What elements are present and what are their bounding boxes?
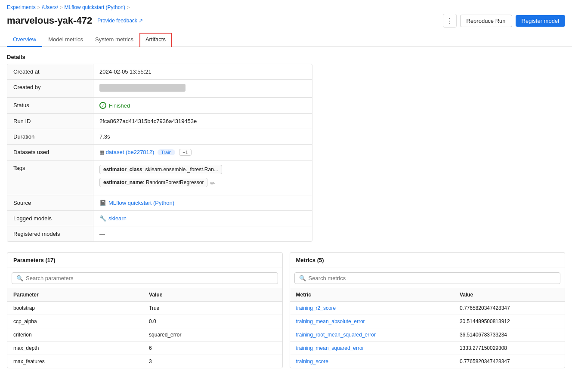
value-logged-models: 🔧 sklearn (93, 211, 312, 226)
label-created-at: Created at (7, 64, 93, 79)
label-status: Status (7, 98, 93, 113)
details-row-created-by: Created by (7, 80, 312, 98)
table-row: criterion squared_error (7, 328, 282, 342)
tag2-key: estimator_name (103, 179, 143, 185)
param-name: max_depth (7, 342, 143, 355)
label-datasets: Datasets used (7, 145, 93, 160)
param-name: max_features (7, 355, 143, 368)
table-row: training_mean_squared_error 1333.2771500… (290, 342, 565, 355)
page-header: marvelous-yak-472 Provide feedback ↗ ⋮ R… (0, 12, 572, 33)
metric-name[interactable]: training_mean_squared_error (290, 342, 454, 355)
param-value: 0.0 (143, 315, 282, 328)
value-datasets: ▦ dataset (be227812) Train +1 (93, 145, 312, 160)
details-row-created-at: Created at 2024-02-05 13:55:21 (7, 64, 312, 80)
sklearn-text: sklearn (108, 215, 127, 222)
tag2-row: estimator_name: RandomForestRegressor ✏ (99, 178, 306, 189)
parameters-search-input[interactable] (26, 275, 273, 281)
feedback-link[interactable]: Provide feedback ↗ (97, 18, 143, 24)
metric-link[interactable]: training_score (296, 358, 328, 364)
metric-link[interactable]: training_root_mean_squared_error (296, 332, 376, 338)
tag-edit-icon[interactable]: ✏ (210, 180, 215, 187)
metric-name[interactable]: training_r2_score (290, 302, 454, 315)
value-tags: estimator_class: sklearn.ensemble._fores… (93, 161, 312, 195)
details-row-registered-models: Registered models — (7, 226, 312, 241)
value-run-id: 2fca8627ad414315b4c7936a4319453e (93, 114, 312, 129)
breadcrumb-sep3: > (127, 5, 130, 10)
parameters-search-box[interactable]: 🔍 (12, 272, 278, 284)
table-row: max_features 3 (7, 355, 282, 368)
metrics-search-box[interactable]: 🔍 (294, 272, 561, 284)
params-search-icon: 🔍 (16, 275, 23, 281)
details-table: Created at 2024-02-05 13:55:21 Created b… (7, 64, 312, 242)
source-link[interactable]: 📓 MLflow quickstart (Python) (99, 200, 306, 206)
page-title-area: marvelous-yak-472 Provide feedback ↗ (7, 15, 143, 26)
label-logged-models: Logged models (7, 211, 93, 226)
metric-value: 30.514489500813912 (454, 315, 565, 328)
table-row: bootstrap True (7, 302, 282, 315)
value-registered-models: — (93, 226, 312, 241)
metric-value: 1333.277150029308 (454, 342, 565, 355)
created-by-blur (99, 84, 186, 92)
breadcrumb-notebook[interactable]: MLflow quickstart (Python) (65, 4, 125, 10)
status-text: Finished (109, 102, 130, 109)
table-row: training_r2_score 0.7765820347428347 (290, 302, 565, 315)
page-title: marvelous-yak-472 (7, 15, 92, 26)
param-col-header: Parameter (7, 288, 143, 302)
metric-name[interactable]: training_mean_absolute_error (290, 315, 454, 328)
details-row-run-id: Run ID 2fca8627ad414315b4c7936a4319453e (7, 114, 312, 129)
table-row: training_score 0.7765820347428347 (290, 355, 565, 368)
status-check-icon: ✓ (99, 102, 106, 109)
bottom-section: Parameters (17) 🔍 Parameter Value bootst… (7, 252, 565, 368)
metric-value: 0.7765820347428347 (454, 302, 565, 315)
param-name: ccp_alpha (7, 315, 143, 328)
table-row: max_depth 6 (7, 342, 282, 355)
metrics-search-icon: 🔍 (299, 275, 306, 281)
tab-system-metrics[interactable]: System metrics (89, 33, 139, 47)
details-row-duration: Duration 7.3s (7, 129, 312, 145)
metric-link[interactable]: training_mean_squared_error (296, 345, 364, 351)
dataset-link[interactable]: dataset (be227812) (106, 149, 155, 155)
dataset-table-icon: ▦ (99, 149, 104, 155)
details-row-source: Source 📓 MLflow quickstart (Python) (7, 195, 312, 211)
label-duration: Duration (7, 129, 93, 144)
metric-name[interactable]: training_root_mean_squared_error (290, 328, 454, 342)
metric-link[interactable]: training_r2_score (296, 305, 336, 311)
metrics-header: Metrics (5) (290, 253, 565, 268)
label-created-by: Created by (7, 80, 93, 97)
more-button[interactable]: ⋮ (443, 14, 457, 28)
metric-name[interactable]: training_score (290, 355, 454, 368)
value-created-at: 2024-02-05 13:55:21 (93, 64, 312, 79)
breadcrumb: Experiments > /Users/ > MLflow quickstar… (0, 0, 572, 12)
label-tags: Tags (7, 161, 93, 195)
external-link-icon: ↗ (139, 18, 143, 24)
label-source: Source (7, 195, 93, 210)
tab-model-metrics[interactable]: Model metrics (42, 33, 89, 47)
label-run-id: Run ID (7, 114, 93, 129)
metrics-table: Metric Value training_r2_score 0.7765820… (290, 288, 565, 368)
sklearn-link[interactable]: 🔧 sklearn (99, 215, 306, 222)
tab-artifacts[interactable]: Artifacts (139, 33, 172, 47)
register-model-button[interactable]: Register model (516, 15, 565, 27)
tag2-val: : RandomForestRegressor (143, 179, 204, 185)
tab-overview[interactable]: Overview (7, 33, 42, 47)
content-area: Details Created at 2024-02-05 13:55:21 C… (0, 47, 572, 375)
value-status: ✓ Finished (93, 98, 312, 113)
sklearn-icon: 🔧 (99, 215, 106, 222)
metrics-search-input[interactable] (309, 275, 556, 281)
metric-link[interactable]: training_mean_absolute_error (296, 318, 365, 324)
breadcrumb-users[interactable]: /Users/ (42, 4, 58, 10)
breadcrumb-experiments[interactable]: Experiments (7, 4, 36, 10)
details-row-status: Status ✓ Finished (7, 98, 312, 114)
table-row: training_mean_absolute_error 30.51448950… (290, 315, 565, 328)
dataset-plus-button[interactable]: +1 (179, 149, 192, 156)
metric-value: 36.51406783733234 (454, 328, 565, 342)
dataset-badge: Train (158, 149, 175, 155)
label-registered-models: Registered models (7, 226, 93, 241)
value-duration: 7.3s (93, 129, 312, 144)
source-notebook-icon: 📓 (99, 200, 106, 206)
param-value: True (143, 302, 282, 315)
breadcrumb-sep2: > (60, 5, 62, 10)
reproduce-run-button[interactable]: Reproduce Run (460, 15, 512, 27)
value-created-by (93, 80, 312, 97)
param-value-col-header: Value (143, 288, 282, 302)
